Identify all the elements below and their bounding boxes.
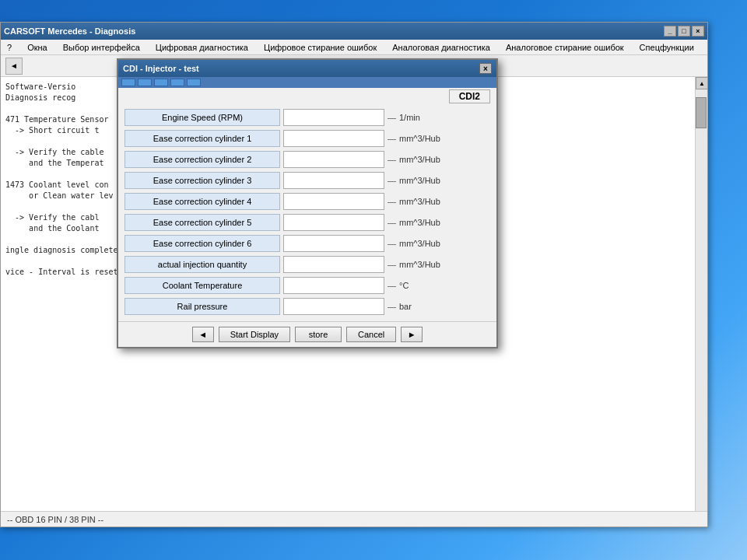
- row-label-cylinder-4: Ease correction cylinder 4: [124, 193, 280, 210]
- row-label-engine-speed: Engine Speed (RPM): [124, 109, 280, 126]
- progress-block-5: [187, 79, 201, 86]
- cancel-button[interactable]: Cancel: [346, 327, 396, 342]
- row-sep-8: —: [388, 281, 396, 290]
- row-value-container-9: — bar: [283, 298, 490, 315]
- row-value-container-2: — mm^3/Hub: [283, 151, 490, 168]
- progress-block-1: [121, 79, 135, 86]
- row-sep-1: —: [388, 134, 396, 143]
- dialog-close-button[interactable]: ×: [479, 63, 492, 74]
- row-cylinder-3: Ease correction cylinder 3 — mm^3/Hub: [124, 171, 490, 190]
- row-value-container-7: — mm^3/Hub: [283, 256, 490, 273]
- minimize-button[interactable]: _: [664, 26, 676, 37]
- store-button[interactable]: store: [295, 327, 342, 342]
- row-value-container-4: — mm^3/Hub: [283, 193, 490, 210]
- menu-analog-clear[interactable]: Аналоговое стирание ошибок: [503, 42, 627, 53]
- status-text: -- OBD 16 PIN / 38 PIN --: [7, 515, 103, 524]
- row-unit-1: mm^3/Hub: [399, 134, 446, 143]
- app-titlebar: CARSOFT Mercedes - Diagnosis _ □ ×: [1, 23, 707, 40]
- row-value-box-5: [283, 214, 384, 231]
- menu-windows[interactable]: Окна: [24, 42, 51, 53]
- row-value-box-4: [283, 193, 384, 210]
- next-button[interactable]: ►: [401, 327, 423, 342]
- row-sep-5: —: [388, 218, 396, 227]
- row-sep-7: —: [388, 260, 396, 269]
- row-value-box-3: [283, 172, 384, 189]
- row-label-cylinder-2: Ease correction cylinder 2: [124, 151, 280, 168]
- row-value-container-6: — mm^3/Hub: [283, 235, 490, 252]
- app-menubar: ? Окна Выбор интерфейса Цифровая диагнос…: [1, 40, 707, 55]
- row-label-cylinder-1: Ease correction cylinder 1: [124, 130, 280, 147]
- row-value-box-2: [283, 151, 384, 168]
- dialog-titlebar: CDI - Injector - test ×: [118, 60, 496, 77]
- row-value-box-0: [283, 109, 384, 126]
- row-unit-9: bar: [399, 302, 446, 311]
- row-value-box-9: [283, 298, 384, 315]
- row-unit-3: mm^3/Hub: [399, 176, 446, 185]
- row-value-container-1: — mm^3/Hub: [283, 130, 490, 147]
- row-value-container-5: — mm^3/Hub: [283, 214, 490, 231]
- scroll-up-arrow[interactable]: ▲: [696, 77, 708, 89]
- dialog-header-row: CDI2: [118, 88, 496, 105]
- progress-block-4: [170, 79, 184, 86]
- scroll-thumb[interactable]: [696, 97, 707, 128]
- row-engine-speed: Engine Speed (RPM) — 1/min: [124, 108, 490, 127]
- status-bar: -- OBD 16 PIN / 38 PIN --: [1, 511, 707, 527]
- row-value-container-3: — mm^3/Hub: [283, 172, 490, 189]
- close-app-button[interactable]: ×: [692, 26, 704, 37]
- dialog-body: Engine Speed (RPM) — 1/min Ease correcti…: [118, 105, 496, 321]
- row-value-box-6: [283, 235, 384, 252]
- right-scrollbar: ▲ ▼: [695, 77, 707, 525]
- dialog-footer: ◄ Start Display store Cancel ►: [118, 321, 496, 347]
- row-value-container-8: — °C: [283, 277, 490, 294]
- row-unit-2: mm^3/Hub: [399, 155, 446, 164]
- row-sep-4: —: [388, 197, 396, 206]
- progress-block-3: [154, 79, 168, 86]
- menu-interface[interactable]: Выбор интерфейса: [60, 42, 143, 53]
- dialog-progress-bar: [118, 77, 496, 88]
- row-unit-7: mm^3/Hub: [399, 260, 446, 269]
- maximize-button[interactable]: □: [678, 26, 690, 37]
- dialog-title: CDI - Injector - test: [123, 64, 199, 73]
- menu-digital-clear[interactable]: Цифровое стирание ошибок: [261, 42, 380, 53]
- row-value-box-7: [283, 256, 384, 273]
- row-sep-9: —: [388, 302, 396, 311]
- row-sep-0: —: [388, 113, 396, 122]
- row-unit-0: 1/min: [399, 113, 446, 122]
- menu-special[interactable]: Спецфункции: [637, 42, 697, 53]
- toolbar-btn-1[interactable]: ◄: [5, 58, 23, 75]
- row-sep-2: —: [388, 155, 396, 164]
- row-unit-6: mm^3/Hub: [399, 239, 446, 248]
- row-injection-qty: actual injection quantity — mm^3/Hub: [124, 255, 490, 274]
- row-label-injection-qty: actual injection quantity: [124, 256, 280, 273]
- row-value-box-1: [283, 130, 384, 147]
- menu-help[interactable]: ?: [4, 42, 15, 53]
- row-rail-pressure: Rail pressure — bar: [124, 297, 490, 316]
- progress-block-2: [138, 79, 152, 86]
- row-unit-8: °C: [399, 281, 446, 290]
- titlebar-controls: _ □ ×: [664, 26, 704, 37]
- row-cylinder-2: Ease correction cylinder 2 — mm^3/Hub: [124, 150, 490, 169]
- row-unit-4: mm^3/Hub: [399, 197, 446, 206]
- row-cylinder-6: Ease correction cylinder 6 — mm^3/Hub: [124, 234, 490, 253]
- scroll-track: [696, 89, 707, 513]
- row-value-box-8: [283, 277, 384, 294]
- row-cylinder-4: Ease correction cylinder 4 — mm^3/Hub: [124, 192, 490, 211]
- row-label-coolant-temp: Coolant Temperature: [124, 277, 280, 294]
- prev-button[interactable]: ◄: [192, 327, 214, 342]
- row-cylinder-5: Ease correction cylinder 5 — mm^3/Hub: [124, 213, 490, 232]
- app-title: CARSOFT Mercedes - Diagnosis: [4, 26, 135, 36]
- row-label-cylinder-6: Ease correction cylinder 6: [124, 235, 280, 252]
- row-unit-5: mm^3/Hub: [399, 218, 446, 227]
- menu-digital-diag[interactable]: Цифровая диагностика: [153, 42, 251, 53]
- row-sep-6: —: [388, 239, 396, 248]
- menu-analog-diag[interactable]: Аналоговая диагностика: [389, 42, 493, 53]
- cdi-label: CDI2: [449, 89, 490, 103]
- dialog: CDI - Injector - test × CDI2 Engine Spee…: [117, 58, 498, 348]
- row-label-rail-pressure: Rail pressure: [124, 298, 280, 315]
- row-label-cylinder-3: Ease correction cylinder 3: [124, 172, 280, 189]
- row-label-cylinder-5: Ease correction cylinder 5: [124, 214, 280, 231]
- start-display-button[interactable]: Start Display: [219, 327, 290, 342]
- row-value-container-0: — 1/min: [283, 109, 490, 126]
- row-coolant-temp: Coolant Temperature — °C: [124, 276, 490, 295]
- row-sep-3: —: [388, 176, 396, 185]
